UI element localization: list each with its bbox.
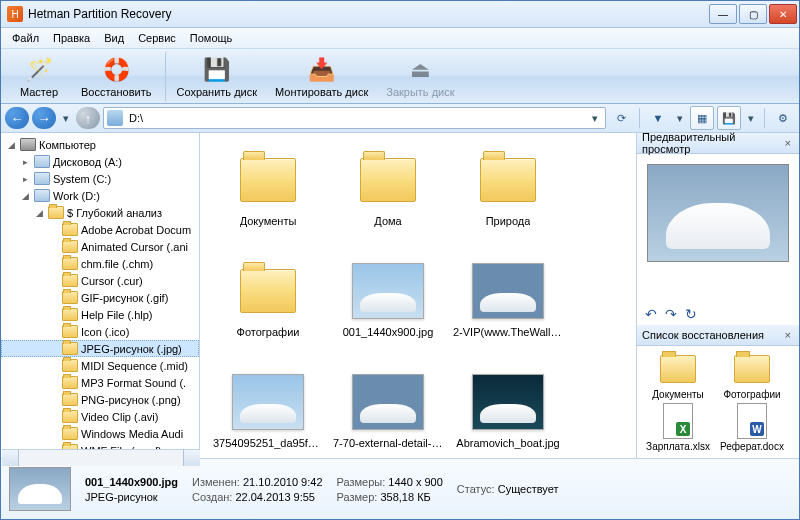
folder-item[interactable]: Документы bbox=[208, 145, 328, 256]
nav-back-button[interactable]: ← bbox=[5, 107, 29, 129]
tree-item[interactable]: JPEG-рисунок (.jpg) bbox=[1, 340, 199, 357]
tree-item[interactable]: PNG-рисунок (.png) bbox=[1, 391, 199, 408]
tree-item[interactable]: ▸Дисковод (A:) bbox=[1, 153, 199, 170]
address-input[interactable] bbox=[127, 111, 588, 125]
nav-forward-button[interactable]: → bbox=[32, 107, 56, 129]
preview-close-icon[interactable]: × bbox=[782, 137, 794, 149]
tree-item[interactable]: MP3 Format Sound (. bbox=[1, 374, 199, 391]
recovery-list-close-icon[interactable]: × bbox=[782, 329, 794, 341]
reset-icon[interactable]: ↻ bbox=[685, 306, 697, 322]
image-item[interactable]: 7-70-external-detail-with-lo... bbox=[328, 367, 448, 458]
folder-tree[interactable]: ◢Компьютер▸Дисковод (A:)▸System (C:)◢Wor… bbox=[1, 133, 200, 458]
filter-dropdown[interactable]: ▾ bbox=[673, 108, 687, 128]
image-item[interactable]: Abramovich_boat.jpg bbox=[448, 367, 568, 458]
tree-item[interactable]: Video Clip (.avi) bbox=[1, 408, 199, 425]
tree-item[interactable]: Help File (.hlp) bbox=[1, 306, 199, 323]
filter-button[interactable]: ▼ bbox=[646, 106, 670, 130]
folder-item[interactable]: Фотографии bbox=[208, 256, 328, 367]
recovery-item-label: Фотографии bbox=[723, 389, 780, 400]
menu-file[interactable]: Файл bbox=[5, 30, 46, 46]
toolbar-close-button: ⏏Закрыть диск bbox=[378, 51, 462, 102]
app-icon: H bbox=[7, 6, 23, 22]
image-thumbnail bbox=[352, 374, 424, 430]
status-thumbnail bbox=[9, 467, 71, 511]
nav-up-button[interactable]: ↑ bbox=[76, 107, 100, 129]
tree-item[interactable]: Animated Cursor (.ani bbox=[1, 238, 199, 255]
nav-history-dropdown[interactable]: ▾ bbox=[59, 108, 73, 128]
tree-item[interactable]: ◢Компьютер bbox=[1, 136, 199, 153]
menu-edit[interactable]: Правка bbox=[46, 30, 97, 46]
preview-header[interactable]: Предварительный просмотр × bbox=[637, 133, 799, 154]
toolbar-recover-button[interactable]: 🛟Восстановить bbox=[73, 51, 159, 102]
tree-label: Cursor (.cur) bbox=[81, 275, 143, 287]
expand-icon[interactable]: ▸ bbox=[19, 157, 31, 167]
tree-label: PNG-рисунок (.png) bbox=[81, 394, 181, 406]
tree-label: Компьютер bbox=[39, 139, 96, 151]
recovery-item[interactable]: Зарплата.xlsx bbox=[643, 404, 713, 452]
tree-item[interactable]: ◢$ Глубокий анализ bbox=[1, 204, 199, 221]
menu-service[interactable]: Сервис bbox=[131, 30, 183, 46]
recover-icon: 🛟 bbox=[101, 55, 131, 85]
recovery-list[interactable]: ДокументыФотографииЗарплата.xlsxРеферат.… bbox=[637, 346, 799, 458]
expand-icon[interactable]: ◢ bbox=[5, 140, 17, 150]
tree-label: Windows Media Audi bbox=[81, 428, 183, 440]
tree-label: MP3 Format Sound (. bbox=[81, 377, 186, 389]
toolbar-mount-button[interactable]: 📥Монтировать диск bbox=[267, 51, 376, 102]
excel-icon bbox=[663, 403, 693, 439]
tree-item[interactable]: Windows Media Audi bbox=[1, 425, 199, 442]
status-size-label: Размер: bbox=[337, 491, 378, 503]
expand-icon[interactable]: ◢ bbox=[19, 191, 31, 201]
image-item[interactable]: 3754095251_da95fc1925_o.jpg bbox=[208, 367, 328, 458]
options-button[interactable]: ⚙ bbox=[771, 106, 795, 130]
tree-item[interactable]: Cursor (.cur) bbox=[1, 272, 199, 289]
tree-item[interactable]: chm.file (.chm) bbox=[1, 255, 199, 272]
recovery-item[interactable]: Реферат.docx bbox=[717, 404, 787, 452]
divider bbox=[639, 108, 640, 128]
fol-icon bbox=[62, 342, 78, 356]
recovery-item[interactable]: Фотографии bbox=[717, 352, 787, 400]
tree-item[interactable]: MIDI Sequence (.mid) bbox=[1, 357, 199, 374]
expand-icon[interactable]: ▸ bbox=[19, 174, 31, 184]
view-dropdown[interactable]: ▾ bbox=[744, 108, 758, 128]
refresh-button[interactable]: ⟳ bbox=[609, 106, 633, 130]
tree-label: Help File (.hlp) bbox=[81, 309, 153, 321]
maximize-button[interactable]: ▢ bbox=[739, 4, 767, 24]
recovery-item[interactable]: Документы bbox=[643, 352, 713, 400]
tree-item[interactable]: ◢Work (D:) bbox=[1, 187, 199, 204]
folder-icon bbox=[480, 158, 536, 202]
tree-h-scrollbar[interactable] bbox=[2, 449, 200, 466]
image-thumbnail bbox=[232, 374, 304, 430]
rotate-left-icon[interactable]: ↶ bbox=[645, 306, 657, 322]
tree-label: System (C:) bbox=[53, 173, 111, 185]
file-grid[interactable]: ДокументыДомаПриродаФотографии001_1440x9… bbox=[200, 133, 636, 458]
image-item[interactable]: 001_1440x900.jpg bbox=[328, 256, 448, 367]
toolbar-save-button[interactable]: 💾Сохранить диск bbox=[165, 51, 265, 102]
expand-icon[interactable]: ◢ bbox=[33, 208, 45, 218]
folder-item[interactable]: Дома bbox=[328, 145, 448, 256]
tree-item[interactable]: ▸System (C:) bbox=[1, 170, 199, 187]
address-bar[interactable]: ▾ bbox=[103, 107, 606, 129]
toolbar-wizard-button[interactable]: 🪄Мастер bbox=[7, 51, 71, 102]
menu-help[interactable]: Помощь bbox=[183, 30, 240, 46]
right-panels: Предварительный просмотр × ↶ ↷ ↻ Список … bbox=[636, 133, 799, 458]
minimize-button[interactable]: — bbox=[709, 4, 737, 24]
address-dropdown[interactable]: ▾ bbox=[588, 108, 602, 128]
close-button[interactable]: ✕ bbox=[769, 4, 797, 24]
tree-item[interactable]: Icon (.ico) bbox=[1, 323, 199, 340]
close-icon: ⏏ bbox=[405, 55, 435, 85]
status-created-label: Создан: bbox=[192, 491, 232, 503]
menu-view[interactable]: Вид bbox=[97, 30, 131, 46]
image-thumbnail bbox=[472, 263, 544, 319]
view-save-button[interactable]: 💾 bbox=[717, 106, 741, 130]
item-label: Фотографии bbox=[237, 326, 300, 338]
tree-item[interactable]: Adobe Acrobat Docum bbox=[1, 221, 199, 238]
rotate-right-icon[interactable]: ↷ bbox=[665, 306, 677, 322]
tree-item[interactable]: GIF-рисунок (.gif) bbox=[1, 289, 199, 306]
recovery-list-header[interactable]: Список восстановления × bbox=[637, 325, 799, 346]
folder-item[interactable]: Природа bbox=[448, 145, 568, 256]
view-list-button[interactable]: ▦ bbox=[690, 106, 714, 130]
tree-label: Video Clip (.avi) bbox=[81, 411, 158, 423]
image-item[interactable]: 2-VIP(www.TheWallpapers.... bbox=[448, 256, 568, 367]
tree-label: chm.file (.chm) bbox=[81, 258, 153, 270]
titlebar[interactable]: H Hetman Partition Recovery — ▢ ✕ bbox=[1, 1, 799, 28]
